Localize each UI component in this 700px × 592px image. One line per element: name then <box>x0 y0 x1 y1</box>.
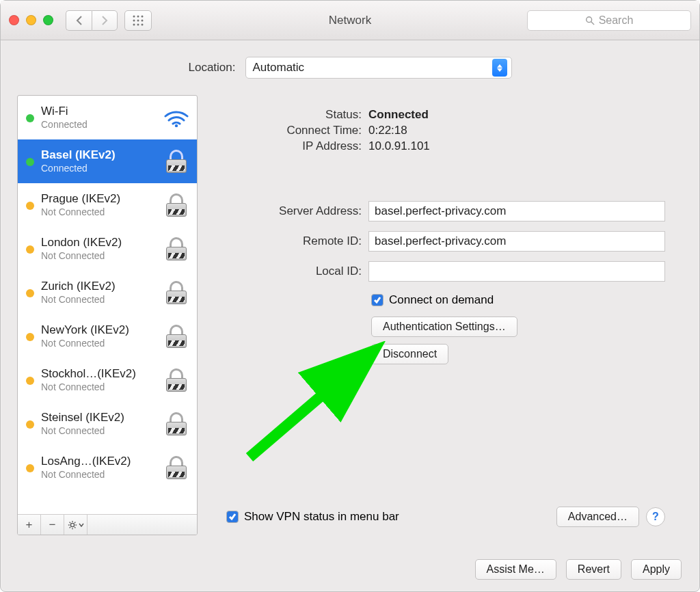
show-all-button[interactable] <box>124 10 152 31</box>
status-indicator <box>26 289 34 297</box>
service-sidebar: Wi-FiConnectedBasel (IKEv2)ConnectedPrag… <box>17 95 198 535</box>
service-name: Stockhol…(IKEv2) <box>41 367 156 381</box>
service-item[interactable]: Steinsel (IKEv2)Not Connected <box>18 402 197 446</box>
minimize-window-button[interactable] <box>26 15 36 25</box>
location-select[interactable]: Automatic <box>245 57 512 79</box>
service-options-button[interactable] <box>64 515 88 535</box>
service-item[interactable]: NewYork (IKEv2)Not Connected <box>18 314 197 358</box>
chevron-left-icon <box>76 16 83 25</box>
svg-line-18 <box>75 527 75 528</box>
lock-icon <box>163 456 190 479</box>
apply-button[interactable]: Apply <box>631 559 682 580</box>
lock-icon <box>163 193 190 217</box>
service-name: Steinsel (IKEv2) <box>41 411 156 425</box>
service-list[interactable]: Wi-FiConnectedBasel (IKEv2)ConnectedPrag… <box>18 96 197 514</box>
zoom-window-button[interactable] <box>43 15 53 25</box>
status-indicator <box>26 202 34 210</box>
status-indicator <box>26 158 34 166</box>
back-button[interactable] <box>66 10 92 31</box>
service-subtitle: Not Connected <box>41 469 156 481</box>
revert-button[interactable]: Revert <box>566 559 621 580</box>
service-subtitle: Not Connected <box>41 425 156 437</box>
service-subtitle: Not Connected <box>41 294 156 306</box>
status-block: Status: Connected Connect Time: 0:22:18 … <box>226 106 665 155</box>
service-name: London (IKEv2) <box>41 236 156 250</box>
service-subtitle: Not Connected <box>41 381 156 393</box>
svg-point-1 <box>137 15 139 17</box>
service-item[interactable]: Prague (IKEv2)Not Connected <box>18 183 197 227</box>
connect-on-demand-checkbox[interactable] <box>371 294 383 306</box>
status-indicator <box>26 114 34 122</box>
detail-pane: Status: Connected Connect Time: 0:22:18 … <box>208 95 683 535</box>
show-vpn-checkbox[interactable] <box>226 511 239 523</box>
svg-line-21 <box>250 355 369 457</box>
titlebar: Network Search <box>1 1 699 40</box>
connect-on-demand-row[interactable]: Connect on demand <box>371 293 665 307</box>
lock-icon <box>163 368 190 392</box>
status-label: Status: <box>226 108 362 122</box>
service-item[interactable]: Zurich (IKEv2)Not Connected <box>18 271 197 314</box>
lock-icon <box>163 412 190 435</box>
search-field[interactable]: Search <box>527 10 691 31</box>
main-area: Wi-FiConnectedBasel (IKEv2)ConnectedPrag… <box>1 95 699 548</box>
svg-point-11 <box>175 124 178 127</box>
service-name: Basel (IKEv2) <box>41 148 156 162</box>
svg-line-19 <box>69 527 70 528</box>
service-item[interactable]: LosAng…(IKEv2)Not Connected <box>18 446 197 489</box>
window-controls <box>9 15 53 25</box>
service-name: Prague (IKEv2) <box>41 192 156 206</box>
add-service-button[interactable]: + <box>18 515 41 535</box>
show-vpn-label: Show VPN status in menu bar <box>244 510 399 524</box>
location-value: Automatic <box>253 61 305 75</box>
service-item[interactable]: Wi-FiConnected <box>18 96 197 139</box>
svg-point-4 <box>137 19 139 21</box>
svg-point-6 <box>133 23 135 25</box>
service-item[interactable]: London (IKEv2)Not Connected <box>18 227 197 271</box>
svg-point-9 <box>586 16 591 22</box>
location-row: Location: Automatic <box>1 40 699 95</box>
annotation-arrow <box>243 341 393 464</box>
svg-point-2 <box>142 15 144 17</box>
check-icon <box>228 513 237 521</box>
server-address-label: Server Address: <box>226 204 362 218</box>
remote-id-input[interactable] <box>368 231 665 252</box>
status-indicator <box>26 420 34 429</box>
svg-point-3 <box>133 19 135 21</box>
svg-line-17 <box>69 522 70 522</box>
show-vpn-row[interactable]: Show VPN status in menu bar <box>226 510 399 524</box>
nav-buttons <box>66 10 118 31</box>
ip-address-value: 10.0.91.101 <box>368 139 430 153</box>
service-subtitle: Not Connected <box>41 250 156 262</box>
service-name: Wi-Fi <box>41 105 156 118</box>
advanced-button[interactable]: Advanced… <box>556 507 639 527</box>
connect-time-value: 0:22:18 <box>368 124 407 137</box>
ip-address-label: IP Address: <box>226 139 362 153</box>
svg-point-0 <box>133 15 135 17</box>
location-label: Location: <box>189 61 236 75</box>
forward-button[interactable] <box>92 10 118 31</box>
service-name: LosAng…(IKEv2) <box>41 455 156 468</box>
grid-icon <box>133 15 144 26</box>
assist-me-button[interactable]: Assist Me… <box>475 559 556 580</box>
chevron-right-icon <box>101 16 108 25</box>
status-indicator <box>26 245 34 254</box>
close-window-button[interactable] <box>9 15 19 25</box>
service-item[interactable]: Basel (IKEv2)Connected <box>18 139 197 183</box>
remove-service-button[interactable]: − <box>41 515 64 535</box>
local-id-input[interactable] <box>368 261 665 282</box>
sidebar-tools: + − <box>18 514 197 535</box>
detail-bottom-row: Show VPN status in menu bar Advanced… ? <box>226 494 665 527</box>
svg-line-20 <box>75 522 75 522</box>
network-preferences-window: Network Search Location: Automatic Wi-Fi… <box>0 0 700 592</box>
help-button[interactable]: ? <box>646 507 665 526</box>
search-placeholder: Search <box>599 14 634 27</box>
server-address-input[interactable] <box>368 201 665 221</box>
svg-point-7 <box>137 23 139 25</box>
service-item[interactable]: Stockhol…(IKEv2)Not Connected <box>18 358 197 402</box>
status-indicator <box>26 464 34 472</box>
authentication-settings-button[interactable]: Authentication Settings… <box>371 317 517 337</box>
lock-icon <box>163 150 190 173</box>
service-subtitle: Connected <box>41 163 156 174</box>
connect-time-label: Connect Time: <box>226 124 362 137</box>
lock-icon <box>163 281 190 304</box>
